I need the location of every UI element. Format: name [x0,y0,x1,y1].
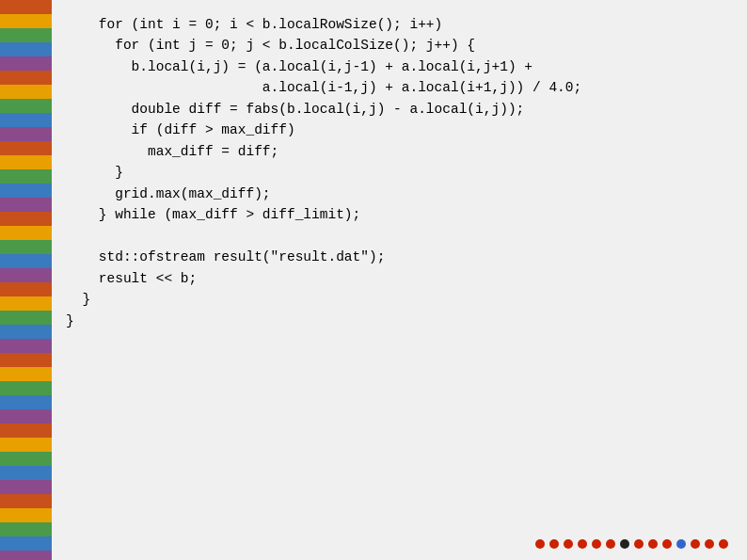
dot-11 [676,539,686,549]
content-area: for (int i = 0; i < b.localRowSize(); i+… [52,0,747,560]
left-border-decoration [0,0,52,560]
bottom-dots-bar [535,539,728,549]
dot-12 [691,539,700,549]
code-display: for (int i = 0; i < b.localRowSize(); i+… [66,14,728,331]
dot-3 [564,539,573,549]
dot-4 [578,539,587,549]
dot-5 [592,539,601,549]
dot-8 [634,539,644,549]
dot-13 [705,539,714,549]
dot-6 [606,539,615,549]
dot-7 [620,539,629,549]
dot-9 [648,539,658,549]
dot-10 [662,539,672,549]
dot-2 [549,539,559,549]
dot-14 [719,539,728,549]
dot-1 [535,539,545,549]
